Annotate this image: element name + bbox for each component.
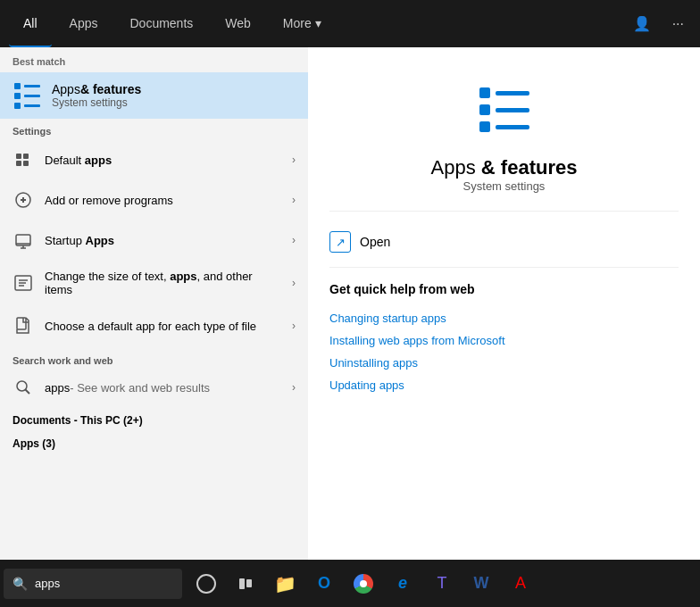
- svg-rect-0: [16, 154, 21, 159]
- best-match-title-normal: Apps: [52, 82, 80, 96]
- best-match-label: Best match: [0, 47, 308, 72]
- word-button[interactable]: W: [462, 565, 500, 603]
- right-panel: Apps & features System settings ↗ Open G…: [308, 47, 700, 607]
- settings-item-text-size[interactable]: Change the size of text, apps, and other…: [0, 261, 308, 306]
- tab-more[interactable]: More ▾: [269, 0, 336, 47]
- best-match-title-bold: & features: [80, 82, 141, 96]
- default-file-icon: [12, 315, 34, 337]
- app-preview: Apps & features System settings: [329, 74, 679, 212]
- open-button-section: ↗ Open: [329, 212, 679, 268]
- main-content: Best match Apps& features System setting…: [0, 47, 700, 607]
- file-explorer-button[interactable]: 📁: [266, 565, 304, 603]
- default-file-arrow: ›: [292, 320, 296, 332]
- default-file-text: Choose a default app for each type of fi…: [45, 320, 281, 333]
- acrobat-button[interactable]: A: [502, 565, 539, 603]
- settings-item-add-remove[interactable]: Add or remove programs ›: [0, 180, 308, 220]
- quick-help-link-2[interactable]: Installing web apps from Microsoft: [329, 329, 679, 352]
- edge-icon: e: [398, 574, 407, 593]
- quick-help-link-3[interactable]: Uninstalling apps: [329, 352, 679, 374]
- startup-apps-text: Startup Apps: [45, 234, 281, 247]
- svg-point-16: [17, 381, 27, 391]
- best-match-subtitle: System settings: [52, 96, 296, 109]
- startup-apps-icon: [12, 229, 34, 251]
- app-preview-icon: [469, 74, 540, 146]
- svg-line-17: [26, 390, 30, 395]
- taskbar-icons: 📁 O e T W A: [188, 565, 539, 603]
- text-size-arrow: ›: [292, 277, 296, 289]
- more-options-button[interactable]: ···: [665, 12, 691, 36]
- text-size-text: Change the size of text, apps, and other…: [45, 270, 281, 296]
- tab-all[interactable]: All: [9, 0, 52, 47]
- task-view-icon: [239, 578, 252, 589]
- settings-item-default-apps[interactable]: Default apps ›: [0, 140, 308, 180]
- acrobat-icon: A: [515, 574, 526, 593]
- outlook-icon: O: [318, 574, 330, 593]
- quick-help-title: Get quick help from web: [329, 282, 679, 296]
- chrome-icon: [354, 574, 373, 594]
- add-remove-text: Add or remove programs: [45, 194, 281, 207]
- settings-label: Settings: [0, 119, 308, 140]
- taskbar-search-icon: 🔍: [12, 577, 28, 591]
- svg-rect-3: [23, 161, 29, 166]
- teams-icon: T: [438, 574, 447, 593]
- web-search-text: apps- See work and web results: [45, 381, 281, 395]
- outlook-button[interactable]: O: [305, 565, 343, 603]
- add-remove-arrow: ›: [292, 194, 296, 206]
- apps-section-label: Apps (3): [0, 430, 308, 521]
- open-icon: ↗: [329, 231, 351, 253]
- default-apps-text: Default apps: [45, 154, 281, 167]
- quick-help-link-4[interactable]: Updating apps: [329, 374, 679, 396]
- add-remove-icon: [12, 189, 34, 211]
- quick-help-section: Get quick help from web Changing startup…: [329, 268, 679, 396]
- svg-rect-1: [16, 161, 21, 166]
- best-match-title: Apps& features: [52, 82, 296, 96]
- tab-web[interactable]: Web: [211, 0, 265, 47]
- task-view-button[interactable]: [227, 565, 264, 603]
- taskbar: 🔍 apps 📁 O e T W A: [0, 560, 700, 607]
- tab-apps[interactable]: Apps: [55, 0, 112, 47]
- chrome-button[interactable]: [345, 565, 382, 603]
- edge-button[interactable]: e: [384, 565, 421, 603]
- open-label: Open: [360, 235, 390, 249]
- text-size-icon: [12, 272, 34, 294]
- apps-features-icon: [12, 81, 41, 110]
- folder-icon: 📁: [274, 573, 296, 595]
- svg-rect-2: [23, 154, 29, 159]
- docs-section-label: Documents - This PC (2+): [0, 405, 308, 430]
- app-preview-title: Apps & features: [431, 156, 578, 179]
- default-apps-arrow: ›: [292, 154, 296, 166]
- open-button[interactable]: ↗ Open: [329, 226, 679, 258]
- app-preview-sub: System settings: [463, 179, 546, 193]
- word-icon: W: [474, 574, 489, 593]
- search-icon: [12, 377, 34, 398]
- cortana-icon: [196, 574, 216, 594]
- taskbar-search-text: apps: [35, 577, 60, 590]
- web-search-arrow: ›: [292, 381, 296, 394]
- best-match-item[interactable]: Apps& features System settings: [0, 72, 308, 119]
- startup-apps-arrow: ›: [292, 234, 296, 246]
- settings-item-default-file[interactable]: Choose a default app for each type of fi…: [0, 306, 308, 346]
- cortana-button[interactable]: [188, 565, 225, 603]
- default-apps-icon: [12, 149, 34, 170]
- taskbar-search[interactable]: 🔍 apps: [4, 569, 182, 599]
- settings-item-startup-apps[interactable]: Startup Apps ›: [0, 220, 308, 261]
- left-panel: Best match Apps& features System setting…: [0, 47, 308, 607]
- tab-documents[interactable]: Documents: [115, 0, 207, 47]
- quick-help-link-1[interactable]: Changing startup apps: [329, 307, 679, 329]
- teams-button[interactable]: T: [423, 565, 461, 603]
- web-search-item[interactable]: apps- See work and web results ›: [0, 370, 308, 405]
- top-navigation: All Apps Documents Web More ▾ 👤 ···: [0, 0, 700, 47]
- search-work-label: Search work and web: [0, 346, 308, 370]
- svg-rect-15: [17, 318, 26, 329]
- people-icon-button[interactable]: 👤: [626, 12, 658, 36]
